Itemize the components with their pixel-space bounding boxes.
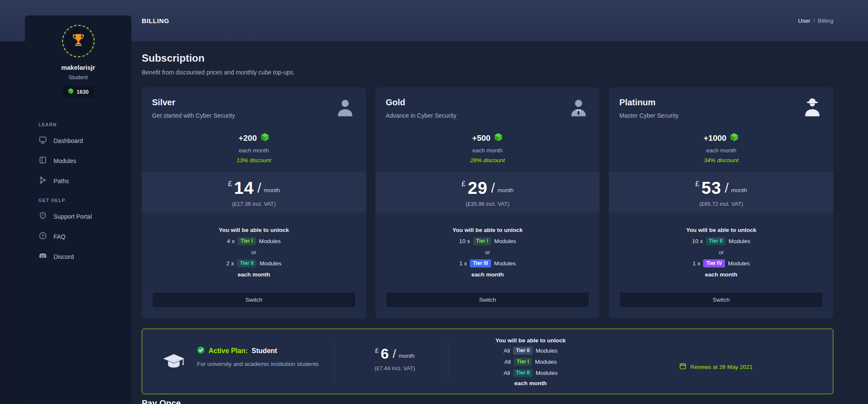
price-band: £ 29 / month (£35.96 incl. VAT) (376, 172, 600, 213)
price-slash: / (725, 180, 728, 196)
unlock-line: 1 x Tier III Modules (386, 259, 590, 267)
unlock-count: 4 x (227, 238, 235, 244)
price-band: £ 14 / month (£17.36 incl. VAT) (142, 172, 366, 213)
unlock-count: 10 x (692, 238, 703, 244)
discount-text: 34% discount (619, 157, 823, 163)
price-currency: £ (375, 347, 379, 354)
price-slash: / (491, 180, 495, 196)
price-amount: 53 (701, 178, 722, 198)
unlock-text: Modules (494, 260, 516, 267)
unlock-text: Modules (536, 348, 558, 354)
price-slash: / (257, 180, 261, 196)
pay-once-heading: Pay Once (142, 398, 181, 404)
unlock-line: 1 x Tier IV Modules (619, 259, 823, 267)
nav-section-learn: LEARN (39, 122, 119, 127)
trophy-icon (71, 33, 86, 50)
tier-badge: Tier I (473, 237, 491, 245)
active-plan-description: For university and academic institution … (197, 361, 319, 367)
nav-item-label: Support Portal (54, 213, 92, 220)
sidebar-item-modules[interactable]: Modules (38, 151, 119, 171)
person-tie-icon (568, 97, 589, 118)
discount-text: 28% discount (386, 157, 590, 163)
active-plan-label: Active Plan: (209, 347, 248, 355)
price-slash: / (393, 347, 396, 361)
person-icon (334, 97, 356, 118)
sidebar-item-faq[interactable]: ? FAQ (38, 226, 119, 247)
topbar: BILLING User / Billing (142, 0, 833, 42)
breadcrumb-user[interactable]: User (798, 18, 811, 24)
active-plan-info: Active Plan: Student For university and … (197, 346, 319, 367)
price-amount: 6 (381, 345, 389, 362)
unlock-period: each month (152, 271, 356, 278)
price-vat: (£35.96 incl. VAT) (376, 201, 600, 207)
unlock-count: All (504, 359, 511, 365)
cubes-row: +1000 (619, 133, 823, 144)
sidebar-item-discord[interactable]: Discord (38, 247, 119, 267)
detective-icon (802, 97, 823, 118)
price-period: month (731, 187, 747, 193)
cubes-row: +200 (152, 133, 356, 144)
unlock-line: 2 x Tier II Modules (152, 259, 356, 267)
price-period: month (264, 187, 280, 193)
switch-button-platinum[interactable]: Switch (619, 292, 823, 308)
check-circle-icon (197, 346, 205, 356)
svg-text:?: ? (42, 214, 44, 217)
cubes-amount: +200 (239, 134, 257, 143)
sidebar-item-support-portal[interactable]: ? Support Portal (38, 206, 119, 226)
or-text: or (619, 249, 823, 255)
score-value: 1630 (77, 89, 89, 95)
tier-badge: Tier 0 (513, 347, 533, 355)
unlock-count: 10 x (459, 238, 470, 244)
monitor-icon (39, 136, 47, 146)
unlock-title: You will be able to unlock (619, 227, 823, 233)
price-currency: £ (695, 180, 699, 188)
renews-text: Renews at 26 May 2021 (690, 364, 753, 370)
sidebar-nav: LEARN Dashboard Modules Paths GET HELP (25, 115, 131, 267)
tier-badge: Tier III (470, 259, 491, 267)
sidebar-item-paths[interactable]: Paths (38, 171, 119, 191)
unlock-count: 2 x (226, 260, 234, 267)
plan-title: Silver (152, 98, 235, 107)
unlock-period: each month (460, 380, 601, 386)
modules-icon (39, 156, 47, 166)
score-badge: 1630 (62, 86, 94, 98)
price-band: £ 53 / month (£65.72 incl. VAT) (609, 172, 833, 213)
unlock-count: All (504, 370, 510, 376)
plan-card-platinum: Platinum Master Cyber Security +1000 (609, 87, 833, 318)
unlock-line: 10 x Tier I Modules (386, 237, 590, 245)
cubes-period: each month (619, 147, 823, 154)
price-vat: (£17.36 incl. VAT) (142, 201, 366, 207)
page-title: BILLING (142, 17, 169, 24)
shield-question-icon: ? (39, 211, 47, 221)
active-plan-banner: Active Plan: Student For university and … (142, 329, 833, 394)
cube-icon (68, 88, 74, 95)
divider (334, 341, 334, 382)
avatar (62, 25, 95, 57)
price-currency: £ (228, 180, 232, 188)
switch-button-silver[interactable]: Switch (152, 292, 356, 308)
unlock-count: 1 x (692, 260, 700, 267)
price-currency: £ (462, 180, 465, 188)
switch-button-gold[interactable]: Switch (386, 292, 590, 308)
plan-title: Gold (386, 98, 456, 107)
tier-badge: Tier II (237, 259, 257, 267)
tier-badge: Tier I (514, 358, 532, 366)
sidebar-item-dashboard[interactable]: Dashboard (38, 131, 119, 151)
unlock-text: Modules (494, 238, 516, 244)
active-plan-unlock: You will be able to unlock All Tier 0 Mo… (460, 337, 601, 386)
sidebar: makelarisjr Student 1630 LEARN Dashboard (25, 15, 131, 404)
breadcrumb: User / Billing (798, 18, 833, 24)
plan-title: Platinum (619, 98, 678, 107)
unlock-text: Modules (728, 260, 750, 267)
plan-card-gold: Gold Advance in Cyber Security +500 (376, 87, 600, 318)
unlock-block: You will be able to unlock 10 x Tier II … (619, 227, 823, 278)
plan-tagline: Advance in Cyber Security (386, 112, 456, 119)
or-text: or (386, 249, 590, 255)
breadcrumb-billing[interactable]: Billing (818, 18, 833, 24)
active-plan-price: £ 6 / month (£7.44 incl. VAT) (343, 345, 446, 371)
active-plan-name: Student (252, 347, 277, 355)
cube-icon (494, 133, 503, 144)
unlock-title: You will be able to unlock (152, 227, 356, 233)
unlock-line: 10 x Tier II Modules (619, 237, 823, 245)
tier-badge: Tier IV (703, 259, 725, 267)
